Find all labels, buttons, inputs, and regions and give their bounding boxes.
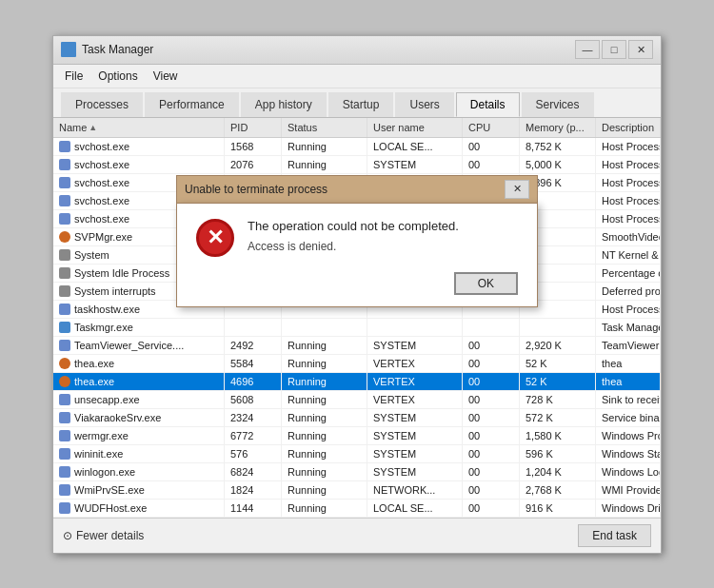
window-controls: — □ ✕ <box>575 40 653 59</box>
dialog-overlay: Unable to terminate process ✕ ✕ The oper… <box>53 118 661 518</box>
end-task-button[interactable]: End task <box>578 524 651 547</box>
ok-button[interactable]: OK <box>454 272 518 295</box>
dialog-content: ✕ The operation could not be completed. … <box>196 219 518 257</box>
error-dialog: Unable to terminate process ✕ ✕ The oper… <box>176 175 538 307</box>
tab-startup[interactable]: Startup <box>328 92 394 117</box>
main-content: Name ▲ PID Status User name CPU Memory (… <box>53 118 661 518</box>
dialog-sub-text: Access is denied. <box>248 240 518 253</box>
maximize-button[interactable]: □ <box>602 40 626 59</box>
menu-file[interactable]: File <box>57 67 90 86</box>
fewer-details-icon: ⊙ <box>63 529 72 542</box>
tab-services[interactable]: Services <box>522 92 594 117</box>
dialog-body: ✕ The operation could not be completed. … <box>176 203 538 307</box>
fewer-details-label: Fewer details <box>76 529 144 542</box>
menu-view[interactable]: View <box>146 67 186 86</box>
tab-performance[interactable]: Performance <box>145 92 239 117</box>
close-button[interactable]: ✕ <box>628 40 653 59</box>
menu-options[interactable]: Options <box>90 67 145 86</box>
menu-bar: File Options View <box>53 65 661 88</box>
fewer-details-button[interactable]: ⊙ Fewer details <box>63 529 144 542</box>
tab-processes[interactable]: Processes <box>61 92 143 117</box>
task-manager-window: Task Manager — □ ✕ File Options View Pro… <box>52 35 662 554</box>
window-title: Task Manager <box>82 43 153 56</box>
tab-users[interactable]: Users <box>395 92 453 117</box>
dialog-buttons: OK <box>196 272 518 295</box>
tab-app-history[interactable]: App history <box>241 92 327 117</box>
minimize-button[interactable]: — <box>575 40 600 59</box>
dialog-text-area: The operation could not be completed. Ac… <box>248 219 518 254</box>
title-bar-left: Task Manager <box>61 42 153 57</box>
tabs-bar: Processes Performance App history Startu… <box>53 88 661 118</box>
app-icon <box>61 42 76 57</box>
dialog-close-button[interactable]: ✕ <box>505 180 529 199</box>
dialog-main-text: The operation could not be completed. <box>248 219 518 235</box>
tab-details[interactable]: Details <box>456 92 520 117</box>
dialog-title-bar: Unable to terminate process ✕ <box>176 175 538 203</box>
error-icon: ✕ <box>196 219 234 257</box>
footer: ⊙ Fewer details End task <box>53 518 661 553</box>
title-bar: Task Manager — □ ✕ <box>53 36 661 65</box>
dialog-title: Unable to terminate process <box>185 183 327 196</box>
